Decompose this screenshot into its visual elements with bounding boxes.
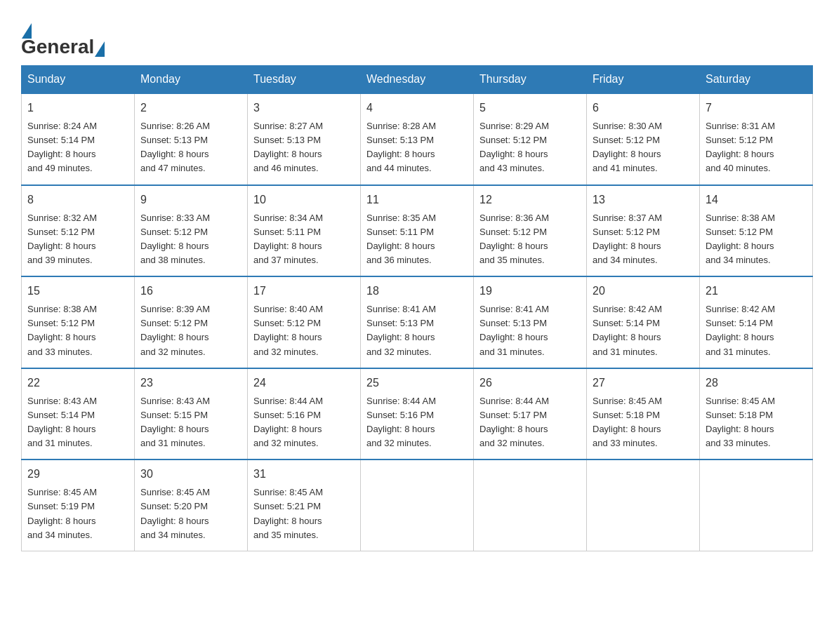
day-number: 29 [27, 466, 128, 483]
day-cell-7: 7 Sunrise: 8:31 AM Sunset: 5:12 PM Dayli… [700, 93, 813, 185]
day-number: 8 [27, 192, 128, 208]
day-info: Sunrise: 8:33 AM Sunset: 5:12 PM Dayligh… [140, 211, 241, 268]
day-info: Sunrise: 8:29 AM Sunset: 5:12 PM Dayligh… [479, 119, 581, 176]
day-info: Sunrise: 8:36 AM Sunset: 5:12 PM Dayligh… [479, 211, 581, 268]
day-number: 9 [140, 192, 241, 208]
calendar-table: SundayMondayTuesdayWednesdayThursdayFrid… [21, 65, 813, 551]
day-number: 2 [140, 100, 241, 116]
day-info: Sunrise: 8:24 AM Sunset: 5:14 PM Dayligh… [27, 119, 128, 176]
header-friday: Friday [587, 66, 700, 94]
day-info: Sunrise: 8:41 AM Sunset: 5:13 PM Dayligh… [366, 302, 468, 359]
header-row: SundayMondayTuesdayWednesdayThursdayFrid… [22, 66, 813, 94]
day-info: Sunrise: 8:37 AM Sunset: 5:12 PM Dayligh… [593, 211, 694, 268]
calendar-body: 1 Sunrise: 8:24 AM Sunset: 5:14 PM Dayli… [22, 93, 813, 551]
day-number: 22 [27, 375, 128, 391]
day-cell-4: 4 Sunrise: 8:28 AM Sunset: 5:13 PM Dayli… [361, 93, 474, 185]
day-number: 16 [140, 283, 241, 300]
day-number: 26 [479, 375, 581, 391]
day-info: Sunrise: 8:45 AM Sunset: 5:21 PM Dayligh… [253, 485, 355, 542]
day-info: Sunrise: 8:32 AM Sunset: 5:12 PM Dayligh… [27, 211, 128, 268]
day-cell-13: 13 Sunrise: 8:37 AM Sunset: 5:12 PM Dayl… [587, 185, 700, 277]
calendar-header: SundayMondayTuesdayWednesdayThursdayFrid… [22, 66, 813, 94]
day-number: 5 [479, 100, 581, 116]
day-info: Sunrise: 8:43 AM Sunset: 5:15 PM Dayligh… [140, 394, 241, 451]
header-tuesday: Tuesday [248, 66, 361, 94]
day-number: 1 [27, 100, 128, 116]
day-number: 19 [479, 283, 581, 300]
header-thursday: Thursday [474, 66, 587, 94]
day-number: 17 [253, 283, 355, 300]
day-number: 23 [140, 375, 241, 391]
day-cell-16: 16 Sunrise: 8:39 AM Sunset: 5:12 PM Dayl… [135, 276, 248, 368]
day-cell-30: 30 Sunrise: 8:45 AM Sunset: 5:20 PM Dayl… [135, 459, 248, 551]
day-cell-27: 27 Sunrise: 8:45 AM Sunset: 5:18 PM Dayl… [587, 368, 700, 460]
day-info: Sunrise: 8:41 AM Sunset: 5:13 PM Dayligh… [479, 302, 581, 359]
day-number: 15 [27, 283, 128, 300]
day-info: Sunrise: 8:44 AM Sunset: 5:17 PM Dayligh… [479, 394, 581, 451]
day-info: Sunrise: 8:44 AM Sunset: 5:16 PM Dayligh… [253, 394, 355, 451]
day-cell-19: 19 Sunrise: 8:41 AM Sunset: 5:13 PM Dayl… [474, 276, 587, 368]
day-cell-23: 23 Sunrise: 8:43 AM Sunset: 5:15 PM Dayl… [135, 368, 248, 460]
header-monday: Monday [135, 66, 248, 94]
day-cell-15: 15 Sunrise: 8:38 AM Sunset: 5:12 PM Dayl… [22, 276, 135, 368]
day-info: Sunrise: 8:42 AM Sunset: 5:14 PM Dayligh… [593, 302, 694, 359]
empty-cell [361, 459, 474, 551]
day-cell-17: 17 Sunrise: 8:40 AM Sunset: 5:12 PM Dayl… [248, 276, 361, 368]
day-number: 4 [366, 100, 468, 116]
day-info: Sunrise: 8:45 AM Sunset: 5:20 PM Dayligh… [140, 485, 241, 542]
day-cell-20: 20 Sunrise: 8:42 AM Sunset: 5:14 PM Dayl… [587, 276, 700, 368]
day-info: Sunrise: 8:42 AM Sunset: 5:14 PM Dayligh… [706, 302, 807, 359]
day-info: Sunrise: 8:38 AM Sunset: 5:12 PM Dayligh… [706, 211, 807, 268]
day-number: 24 [253, 375, 355, 391]
day-number: 3 [253, 100, 355, 116]
day-number: 28 [706, 375, 807, 391]
empty-cell [700, 459, 813, 551]
day-number: 14 [706, 192, 807, 208]
logo-triangle-icon [22, 23, 32, 39]
week-row-3: 22 Sunrise: 8:43 AM Sunset: 5:14 PM Dayl… [22, 368, 813, 460]
day-number: 31 [253, 466, 355, 483]
day-info: Sunrise: 8:40 AM Sunset: 5:12 PM Dayligh… [253, 302, 355, 359]
day-cell-21: 21 Sunrise: 8:42 AM Sunset: 5:14 PM Dayl… [700, 276, 813, 368]
header-saturday: Saturday [700, 66, 813, 94]
day-cell-8: 8 Sunrise: 8:32 AM Sunset: 5:12 PM Dayli… [22, 185, 135, 277]
day-info: Sunrise: 8:27 AM Sunset: 5:13 PM Dayligh… [253, 119, 355, 176]
day-cell-18: 18 Sunrise: 8:41 AM Sunset: 5:13 PM Dayl… [361, 276, 474, 368]
day-info: Sunrise: 8:26 AM Sunset: 5:13 PM Dayligh… [140, 119, 241, 176]
day-cell-12: 12 Sunrise: 8:36 AM Sunset: 5:12 PM Dayl… [474, 185, 587, 277]
day-cell-14: 14 Sunrise: 8:38 AM Sunset: 5:12 PM Dayl… [700, 185, 813, 277]
day-cell-29: 29 Sunrise: 8:45 AM Sunset: 5:19 PM Dayl… [22, 459, 135, 551]
day-cell-24: 24 Sunrise: 8:44 AM Sunset: 5:16 PM Dayl… [248, 368, 361, 460]
day-cell-2: 2 Sunrise: 8:26 AM Sunset: 5:13 PM Dayli… [135, 93, 248, 185]
day-number: 7 [706, 100, 807, 116]
day-info: Sunrise: 8:28 AM Sunset: 5:13 PM Dayligh… [366, 119, 468, 176]
day-cell-26: 26 Sunrise: 8:44 AM Sunset: 5:17 PM Dayl… [474, 368, 587, 460]
day-number: 13 [593, 192, 694, 208]
day-cell-3: 3 Sunrise: 8:27 AM Sunset: 5:13 PM Dayli… [248, 93, 361, 185]
day-number: 10 [253, 192, 355, 208]
logo-general-text2: General [21, 36, 94, 58]
day-info: Sunrise: 8:34 AM Sunset: 5:11 PM Dayligh… [253, 211, 355, 268]
day-info: Sunrise: 8:45 AM Sunset: 5:18 PM Dayligh… [593, 394, 694, 451]
week-row-2: 15 Sunrise: 8:38 AM Sunset: 5:12 PM Dayl… [22, 276, 813, 368]
empty-cell [587, 459, 700, 551]
page-header: General [21, 14, 813, 58]
week-row-4: 29 Sunrise: 8:45 AM Sunset: 5:19 PM Dayl… [22, 459, 813, 551]
week-row-0: 1 Sunrise: 8:24 AM Sunset: 5:14 PM Dayli… [22, 93, 813, 185]
day-info: Sunrise: 8:38 AM Sunset: 5:12 PM Dayligh… [27, 302, 128, 359]
day-info: Sunrise: 8:39 AM Sunset: 5:12 PM Dayligh… [140, 302, 241, 359]
day-info: Sunrise: 8:45 AM Sunset: 5:19 PM Dayligh… [27, 485, 128, 542]
day-cell-28: 28 Sunrise: 8:45 AM Sunset: 5:18 PM Dayl… [700, 368, 813, 460]
day-cell-1: 1 Sunrise: 8:24 AM Sunset: 5:14 PM Dayli… [22, 93, 135, 185]
day-info: Sunrise: 8:30 AM Sunset: 5:12 PM Dayligh… [593, 119, 694, 176]
day-number: 18 [366, 283, 468, 300]
day-number: 21 [706, 283, 807, 300]
day-number: 12 [479, 192, 581, 208]
day-cell-6: 6 Sunrise: 8:30 AM Sunset: 5:12 PM Dayli… [587, 93, 700, 185]
logo-triangle-icon2 [95, 41, 105, 57]
week-row-1: 8 Sunrise: 8:32 AM Sunset: 5:12 PM Dayli… [22, 185, 813, 277]
day-info: Sunrise: 8:35 AM Sunset: 5:11 PM Dayligh… [366, 211, 468, 268]
day-cell-22: 22 Sunrise: 8:43 AM Sunset: 5:14 PM Dayl… [22, 368, 135, 460]
day-info: Sunrise: 8:31 AM Sunset: 5:12 PM Dayligh… [706, 119, 807, 176]
day-info: Sunrise: 8:44 AM Sunset: 5:16 PM Dayligh… [366, 394, 468, 451]
